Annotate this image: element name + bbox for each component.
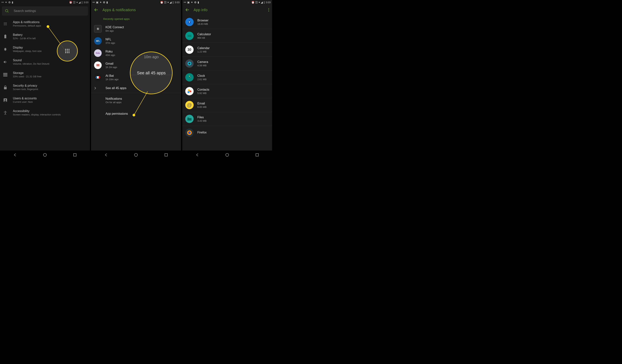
svg-point-34 [135, 153, 137, 156]
app-item-files[interactable]: Files 3.43 MB [182, 112, 272, 126]
more-icon[interactable] [268, 8, 269, 12]
app-icon-camera [185, 59, 194, 68]
screen-app-info: ⚯ ▣ ✦ ✿ ▮ ⏰ ⚿ ▾ ◢ ▯ 3:03 App info [182, 0, 272, 159]
svg-point-0 [5, 9, 8, 12]
svg-point-49 [190, 90, 191, 92]
svg-point-29 [43, 153, 46, 156]
back-button[interactable] [195, 153, 199, 157]
recent-item-atbat[interactable]: At Bat 1h 10m ago [91, 71, 181, 83]
see-all-apps[interactable]: See all 45 apps [91, 83, 181, 93]
signal-icon: ◢ [78, 1, 81, 4]
app-icon: ✦ [5, 1, 7, 4]
app-icon-email: @ [185, 101, 194, 109]
app-icon-gmail: ✉ [94, 61, 102, 69]
app-item-email[interactable]: @ Email 6.65 MB [182, 98, 272, 112]
recent-item-nfl[interactable]: NFL NFL 37m ago [91, 35, 181, 47]
app-item-calendar[interactable]: 30 Calendar 1.22 MB [182, 43, 272, 57]
settings-item-users[interactable]: Users & accounts Current user: Nick [3, 94, 87, 106]
chevron-right-icon [94, 87, 102, 90]
notifications-item[interactable]: Notifications On for all apps [91, 93, 181, 108]
settings-item-apps[interactable]: Apps & notifications Permissions, defaul… [3, 18, 87, 30]
settings-item-accessibility[interactable]: Accessibility Screen readers, display, i… [3, 106, 87, 119]
navigation-bar [0, 151, 90, 159]
app-icon-atbat [94, 74, 102, 81]
app-icon-calculator [185, 32, 194, 40]
key-icon: ⚿ [73, 1, 76, 4]
svg-line-1 [8, 12, 9, 13]
section-label: Recently opened apps [91, 15, 181, 23]
screen-apps-notifications: ⚯ ▣ ✦ ✿ ▮ ⏰ ⚿ ▾ ◢ ▯ 3:03 Apps & notifica… [91, 0, 181, 159]
app-item-contacts[interactable]: Contacts 5.92 MB [182, 84, 272, 98]
svg-point-18 [5, 99, 6, 100]
svg-rect-35 [165, 153, 167, 156]
app-item-firefox[interactable]: Firefox [182, 126, 272, 139]
svg-point-48 [188, 89, 190, 91]
recent-item-gmail[interactable]: ✉ Gmail 1h 2m ago [91, 59, 181, 71]
svg-point-40 [189, 21, 190, 22]
back-button[interactable] [13, 153, 17, 157]
volume-icon [3, 60, 8, 64]
navigation-bar [182, 151, 272, 159]
svg-point-50 [188, 91, 190, 93]
svg-point-38 [268, 11, 269, 12]
app-bar: Apps & notifications [91, 4, 181, 15]
app-item-browser[interactable]: Browser 18.83 MB [182, 15, 272, 29]
recent-item-kde[interactable]: ⓚ KDE Connect 0m ago [91, 23, 181, 35]
screen-title: App info [194, 8, 208, 12]
svg-rect-41 [188, 35, 191, 36]
status-bar: ⚯ ▣ ✦ ✿ ▮ ⏰ ⚿ ▾ ◢ ▯ 3:03 [91, 0, 181, 4]
home-button[interactable] [134, 153, 138, 157]
lock-icon [3, 85, 8, 90]
app-item-calculator[interactable]: Calculator 864 kB [182, 29, 272, 43]
svg-rect-13 [3, 73, 7, 74]
app-item-camera[interactable]: Camera 4.56 MB [182, 57, 272, 71]
status-bar: ⚯ ▣ ✦ ✿ ▮ ⏰ ⚿ ▾ ◢ ▯ 3:03 [182, 0, 272, 4]
svg-point-6 [5, 23, 5, 24]
recent-apps-list: ⓚ KDE Connect 0m ago NFL NFL 37m ago Rok… [91, 23, 181, 93]
navigation-bar [91, 151, 181, 159]
brightness-icon [3, 47, 8, 52]
screen-title: Apps & notifications [102, 8, 136, 12]
back-button[interactable] [104, 153, 108, 157]
svg-rect-11 [4, 35, 6, 38]
settings-item-storage[interactable]: Storage 33% used - 21.31 GB free [3, 68, 87, 81]
svg-rect-15 [3, 76, 7, 77]
settings-item-battery[interactable]: Battery 52% - 1d 6h 47m left [3, 30, 87, 43]
alarm-icon: ⏰ [69, 1, 72, 4]
svg-point-36 [268, 8, 269, 9]
svg-point-53 [226, 153, 229, 156]
accessibility-icon [3, 111, 8, 115]
home-button[interactable] [225, 153, 230, 157]
app-icon-kde: ⓚ [94, 25, 102, 33]
wifi-icon: ▾ [77, 1, 78, 4]
svg-rect-16 [4, 87, 7, 89]
recents-button[interactable] [73, 153, 77, 157]
recents-button[interactable] [255, 153, 259, 157]
app-permissions-item[interactable]: App permissions [91, 108, 181, 120]
settings-item-sound[interactable]: Sound Volume, vibration, Do Not Disturb [3, 56, 87, 68]
leaf-icon: ✿ [8, 1, 11, 4]
home-button[interactable] [43, 153, 47, 157]
svg-point-3 [5, 22, 5, 23]
svg-point-9 [5, 25, 5, 25]
storage-icon [3, 72, 8, 77]
battery-half-icon: ▯ [81, 1, 83, 4]
svg-point-4 [6, 22, 7, 23]
settings-title: Apps & notifications [13, 20, 87, 24]
svg-point-52 [188, 131, 191, 134]
app-icon-roku: Roku [94, 49, 102, 57]
settings-item-security[interactable]: Security & privacy Screen lock, fingerpr… [3, 81, 87, 94]
search-bar[interactable]: Search settings [2, 6, 88, 16]
app-item-clock[interactable]: Clock 2.61 MB [182, 71, 272, 84]
search-placeholder: Search settings [14, 9, 36, 13]
status-bar: ⚯ ✦ ✿ ▮ ⏰ ⚿ ▾ ◢ ▯ 3:03 [0, 0, 90, 4]
recents-button[interactable] [164, 153, 168, 157]
app-icon-browser [185, 18, 194, 26]
back-arrow-icon[interactable] [94, 8, 99, 12]
settings-item-display[interactable]: Display Wallpaper, sleep, font size [3, 43, 87, 56]
apps-icon [3, 22, 8, 26]
app-icon-contacts [185, 87, 194, 95]
recent-item-roku[interactable]: Roku Roku 43m ago [91, 47, 181, 59]
settings-sub: Permissions, default apps [13, 24, 87, 27]
back-arrow-icon[interactable] [185, 8, 190, 12]
